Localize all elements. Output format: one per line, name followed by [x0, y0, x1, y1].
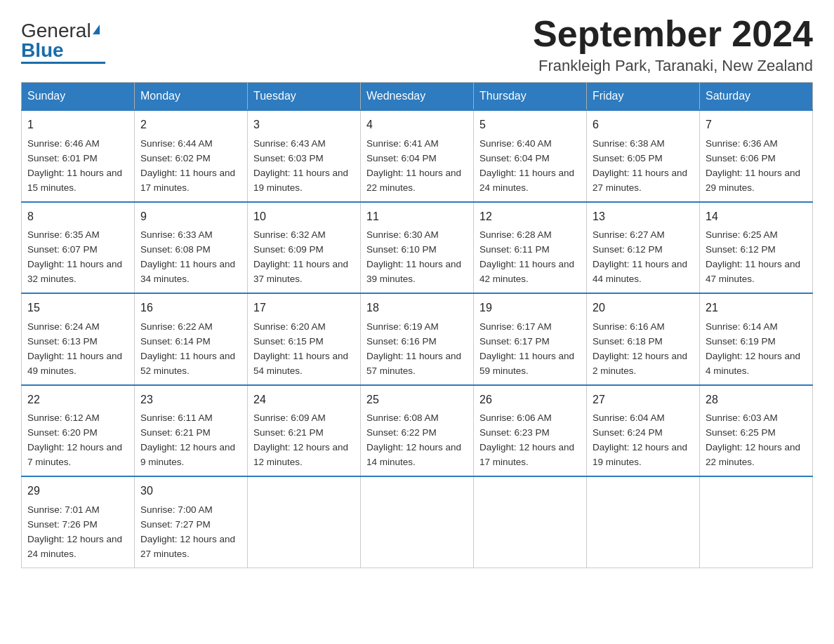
weekday-header-sunday: Sunday	[22, 83, 135, 111]
day-info: Sunrise: 6:16 AMSunset: 6:18 PMDaylight:…	[593, 321, 687, 376]
weekday-header-wednesday: Wednesday	[361, 83, 474, 111]
day-info: Sunrise: 7:01 AMSunset: 7:26 PMDaylight:…	[27, 504, 122, 559]
day-info: Sunrise: 6:35 AMSunset: 6:07 PMDaylight:…	[27, 229, 122, 284]
calendar-cell: 24 Sunrise: 6:09 AMSunset: 6:21 PMDaylig…	[248, 385, 361, 476]
calendar-cell	[700, 476, 813, 568]
calendar-cell: 21 Sunrise: 6:14 AMSunset: 6:19 PMDaylig…	[700, 293, 813, 384]
weekday-header-tuesday: Tuesday	[248, 83, 361, 111]
day-info: Sunrise: 6:40 AMSunset: 6:04 PMDaylight:…	[479, 138, 574, 193]
calendar-week-row: 15 Sunrise: 6:24 AMSunset: 6:13 PMDaylig…	[22, 293, 813, 384]
day-number: 9	[140, 208, 241, 226]
day-info: Sunrise: 7:00 AMSunset: 7:27 PMDaylight:…	[140, 504, 235, 559]
calendar-cell: 14 Sunrise: 6:25 AMSunset: 6:12 PMDaylig…	[700, 202, 813, 293]
calendar-cell: 19 Sunrise: 6:17 AMSunset: 6:17 PMDaylig…	[474, 293, 587, 384]
calendar-cell	[474, 476, 587, 568]
calendar-cell: 6 Sunrise: 6:38 AMSunset: 6:05 PMDayligh…	[587, 110, 700, 201]
calendar-cell: 4 Sunrise: 6:41 AMSunset: 6:04 PMDayligh…	[361, 110, 474, 201]
day-info: Sunrise: 6:27 AMSunset: 6:12 PMDaylight:…	[593, 229, 687, 284]
calendar-cell: 16 Sunrise: 6:22 AMSunset: 6:14 PMDaylig…	[135, 293, 248, 384]
logo-blue-text: Blue	[21, 39, 64, 61]
calendar-cell: 26 Sunrise: 6:06 AMSunset: 6:23 PMDaylig…	[474, 385, 587, 476]
day-number: 16	[140, 300, 241, 317]
day-number: 20	[593, 300, 694, 317]
day-number: 23	[140, 391, 241, 409]
title-section: September 2024 Frankleigh Park, Taranaki…	[533, 14, 813, 75]
weekday-header-saturday: Saturday	[700, 83, 813, 111]
day-info: Sunrise: 6:03 AMSunset: 6:25 PMDaylight:…	[706, 412, 800, 467]
calendar-cell: 7 Sunrise: 6:36 AMSunset: 6:06 PMDayligh…	[700, 110, 813, 201]
calendar-cell: 10 Sunrise: 6:32 AMSunset: 6:09 PMDaylig…	[248, 202, 361, 293]
day-info: Sunrise: 6:28 AMSunset: 6:11 PMDaylight:…	[479, 229, 574, 284]
logo-underline	[21, 62, 105, 64]
day-number: 7	[706, 116, 807, 134]
calendar-cell: 20 Sunrise: 6:16 AMSunset: 6:18 PMDaylig…	[587, 293, 700, 384]
day-info: Sunrise: 6:43 AMSunset: 6:03 PMDaylight:…	[253, 138, 348, 193]
calendar-cell: 25 Sunrise: 6:08 AMSunset: 6:22 PMDaylig…	[361, 385, 474, 476]
day-number: 13	[593, 208, 694, 226]
day-info: Sunrise: 6:24 AMSunset: 6:13 PMDaylight:…	[27, 321, 122, 376]
day-info: Sunrise: 6:12 AMSunset: 6:20 PMDaylight:…	[27, 412, 122, 467]
day-number: 19	[479, 300, 581, 317]
calendar-cell: 1 Sunrise: 6:46 AMSunset: 6:01 PMDayligh…	[22, 110, 135, 201]
calendar-cell: 11 Sunrise: 6:30 AMSunset: 6:10 PMDaylig…	[361, 202, 474, 293]
calendar-cell: 22 Sunrise: 6:12 AMSunset: 6:20 PMDaylig…	[22, 385, 135, 476]
day-number: 15	[27, 300, 128, 317]
day-number: 3	[253, 116, 355, 134]
day-info: Sunrise: 6:22 AMSunset: 6:14 PMDaylight:…	[140, 321, 235, 376]
calendar-cell: 5 Sunrise: 6:40 AMSunset: 6:04 PMDayligh…	[474, 110, 587, 201]
calendar-cell: 2 Sunrise: 6:44 AMSunset: 6:02 PMDayligh…	[135, 110, 248, 201]
day-number: 21	[706, 300, 807, 317]
calendar-cell: 30 Sunrise: 7:00 AMSunset: 7:27 PMDaylig…	[135, 476, 248, 568]
day-number: 10	[253, 208, 355, 226]
day-number: 24	[253, 391, 355, 409]
day-info: Sunrise: 6:20 AMSunset: 6:15 PMDaylight:…	[253, 321, 348, 376]
page-header: General Blue September 2024 Frankleigh P…	[21, 14, 813, 75]
calendar-cell: 8 Sunrise: 6:35 AMSunset: 6:07 PMDayligh…	[22, 202, 135, 293]
day-info: Sunrise: 6:36 AMSunset: 6:06 PMDaylight:…	[706, 138, 800, 193]
calendar-cell: 12 Sunrise: 6:28 AMSunset: 6:11 PMDaylig…	[474, 202, 587, 293]
day-info: Sunrise: 6:38 AMSunset: 6:05 PMDaylight:…	[593, 138, 687, 193]
day-number: 29	[27, 483, 128, 500]
day-info: Sunrise: 6:14 AMSunset: 6:19 PMDaylight:…	[706, 321, 800, 376]
calendar-cell: 18 Sunrise: 6:19 AMSunset: 6:16 PMDaylig…	[361, 293, 474, 384]
calendar-week-row: 29 Sunrise: 7:01 AMSunset: 7:26 PMDaylig…	[22, 476, 813, 568]
calendar-week-row: 22 Sunrise: 6:12 AMSunset: 6:20 PMDaylig…	[22, 385, 813, 476]
day-info: Sunrise: 6:04 AMSunset: 6:24 PMDaylight:…	[593, 412, 687, 467]
day-info: Sunrise: 6:17 AMSunset: 6:17 PMDaylight:…	[479, 321, 574, 376]
calendar-cell: 13 Sunrise: 6:27 AMSunset: 6:12 PMDaylig…	[587, 202, 700, 293]
logo: General Blue	[21, 21, 105, 64]
location-title: Frankleigh Park, Taranaki, New Zealand	[533, 57, 813, 75]
day-info: Sunrise: 6:08 AMSunset: 6:22 PMDaylight:…	[366, 412, 461, 467]
day-info: Sunrise: 6:44 AMSunset: 6:02 PMDaylight:…	[140, 138, 235, 193]
calendar-cell: 3 Sunrise: 6:43 AMSunset: 6:03 PMDayligh…	[248, 110, 361, 201]
day-number: 25	[366, 391, 468, 409]
day-info: Sunrise: 6:09 AMSunset: 6:21 PMDaylight:…	[253, 412, 348, 467]
weekday-header-friday: Friday	[587, 83, 700, 111]
day-number: 28	[706, 391, 807, 409]
day-number: 17	[253, 300, 355, 317]
day-number: 14	[706, 208, 807, 226]
day-info: Sunrise: 6:25 AMSunset: 6:12 PMDaylight:…	[706, 229, 800, 284]
calendar-cell: 17 Sunrise: 6:20 AMSunset: 6:15 PMDaylig…	[248, 293, 361, 384]
day-info: Sunrise: 6:19 AMSunset: 6:16 PMDaylight:…	[366, 321, 461, 376]
day-number: 26	[479, 391, 581, 409]
day-number: 11	[366, 208, 468, 226]
day-number: 8	[27, 208, 128, 226]
day-number: 12	[479, 208, 581, 226]
calendar-cell: 9 Sunrise: 6:33 AMSunset: 6:08 PMDayligh…	[135, 202, 248, 293]
day-number: 18	[366, 300, 468, 317]
weekday-header-thursday: Thursday	[474, 83, 587, 111]
calendar-cell: 29 Sunrise: 7:01 AMSunset: 7:26 PMDaylig…	[22, 476, 135, 568]
day-info: Sunrise: 6:06 AMSunset: 6:23 PMDaylight:…	[479, 412, 574, 467]
calendar-week-row: 1 Sunrise: 6:46 AMSunset: 6:01 PMDayligh…	[22, 110, 813, 201]
calendar-cell	[248, 476, 361, 568]
day-number: 22	[27, 391, 128, 409]
calendar-cell	[361, 476, 474, 568]
day-number: 2	[140, 116, 241, 134]
calendar-cell	[587, 476, 700, 568]
calendar-cell: 15 Sunrise: 6:24 AMSunset: 6:13 PMDaylig…	[22, 293, 135, 384]
day-number: 6	[593, 116, 694, 134]
day-info: Sunrise: 6:41 AMSunset: 6:04 PMDaylight:…	[366, 138, 461, 193]
day-info: Sunrise: 6:11 AMSunset: 6:21 PMDaylight:…	[140, 412, 235, 467]
logo-general-text: General	[21, 20, 91, 41]
